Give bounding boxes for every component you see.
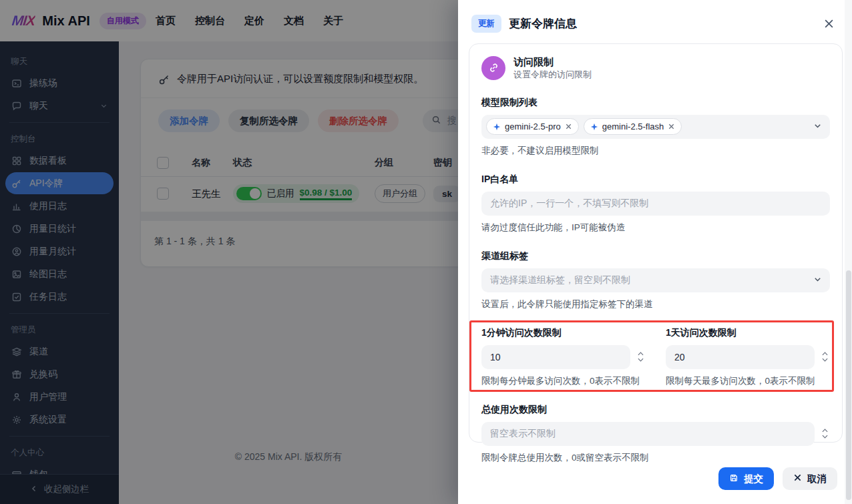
- stepper-down-icon[interactable]: [822, 358, 828, 362]
- remove-tag-icon[interactable]: [565, 123, 572, 130]
- ip-whitelist-input[interactable]: 允许的IP，一行一个，不填写则不限制: [481, 192, 830, 216]
- access-limit-card: 访问限制 设置令牌的访问限制 模型限制列表 gemini-2.5-pro gem…: [469, 43, 843, 443]
- channel-tag-field: 渠道组标签 请选择渠道组标签，留空则不限制 设置后，此令牌只能使用指定标签下的渠…: [481, 250, 830, 310]
- rate-limit-row: 1分钟访问次数限制 10 限制每分钟最多访问次数，0表示不限制 1天访问次数限制…: [481, 327, 830, 387]
- section-title: 访问限制: [513, 55, 592, 69]
- channel-tag-placeholder: 请选择渠道组标签，留空则不限制: [490, 274, 630, 286]
- model-limit-hint: 非必要，不建议启用模型限制: [481, 145, 830, 157]
- model-tag: gemini-2.5-pro: [486, 118, 579, 135]
- section-header: 访问限制 设置令牌的访问限制: [481, 55, 830, 81]
- section-subtitle: 设置令牌的访问限制: [513, 69, 592, 81]
- save-icon: [729, 473, 738, 485]
- modal-overlay[interactable]: [0, 0, 458, 504]
- rate-day-field: 1天访问次数限制 20 限制每天最多访问次数，0表示不限制: [666, 327, 830, 387]
- rate-minute-input[interactable]: 10: [481, 345, 630, 369]
- scrollbar-thumb[interactable]: [846, 270, 851, 500]
- stepper-up-icon[interactable]: [822, 429, 828, 433]
- number-stepper: [636, 352, 646, 362]
- total-limit-hint: 限制令牌总使用次数，0或留空表示不限制: [481, 452, 830, 464]
- rate-minute-value: 10: [490, 352, 501, 362]
- rate-day-label: 1天访问次数限制: [666, 327, 830, 339]
- close-icon[interactable]: [820, 15, 837, 33]
- rate-day-hint: 限制每天最多访问次数，0表示不限制: [666, 375, 830, 387]
- link-icon: [481, 56, 505, 80]
- stepper-up-icon[interactable]: [822, 352, 828, 356]
- stepper-up-icon[interactable]: [638, 352, 644, 356]
- cancel-label: 取消: [807, 473, 827, 485]
- cancel-button[interactable]: 取消: [783, 467, 837, 490]
- x-icon: [793, 473, 802, 484]
- model-limit-select[interactable]: gemini-2.5-pro gemini-2.5-flash: [481, 115, 830, 139]
- submit-label: 提交: [744, 473, 763, 485]
- ip-whitelist-hint: 请勿过度信任此功能，IP可能被伪造: [481, 222, 830, 234]
- chevron-down-icon: [813, 121, 822, 132]
- total-limit-field: 总使用次数限制 留空表示不限制 限制令牌总使用次数，0或留空表示不限制: [481, 404, 830, 464]
- rate-minute-hint: 限制每分钟最多访问次数，0表示不限制: [481, 375, 646, 387]
- rate-day-value: 20: [674, 352, 685, 362]
- stepper-down-icon[interactable]: [822, 435, 828, 439]
- total-limit-label: 总使用次数限制: [481, 404, 830, 416]
- number-stepper: [820, 429, 830, 439]
- channel-tag-hint: 设置后，此令牌只能使用指定标签下的渠道: [481, 298, 830, 310]
- model-tag-label: gemini-2.5-flash: [602, 121, 664, 132]
- model-limit-label: 模型限制列表: [481, 97, 830, 109]
- sparkle-diamond-icon: [493, 123, 501, 131]
- total-limit-input[interactable]: 留空表示不限制: [481, 422, 815, 446]
- submit-button[interactable]: 提交: [718, 467, 774, 490]
- chevron-down-icon: [813, 275, 822, 286]
- rate-minute-label: 1分钟访问次数限制: [481, 327, 646, 339]
- scrollbar-track: [845, 0, 852, 504]
- rate-day-input[interactable]: 20: [666, 345, 815, 369]
- update-token-drawer: 更新 更新令牌信息 访问限制 设置令牌的访问限制 模型限制列表 gemini-2…: [458, 0, 852, 504]
- update-badge: 更新: [471, 15, 501, 33]
- ip-whitelist-field: IP白名单 允许的IP，一行一个，不填写则不限制 请勿过度信任此功能，IP可能被…: [481, 174, 830, 234]
- model-tag-label: gemini-2.5-pro: [505, 121, 561, 132]
- ip-whitelist-placeholder: 允许的IP，一行一个，不填写则不限制: [490, 198, 648, 210]
- stepper-down-icon[interactable]: [638, 358, 644, 362]
- model-limit-field: 模型限制列表 gemini-2.5-pro gemini-2.5-flash 非…: [481, 97, 830, 157]
- rate-minute-field: 1分钟访问次数限制 10 限制每分钟最多访问次数，0表示不限制: [481, 327, 646, 387]
- channel-tag-label: 渠道组标签: [481, 250, 830, 262]
- sparkle-diamond-icon: [590, 123, 598, 131]
- total-limit-placeholder: 留空表示不限制: [490, 428, 556, 440]
- number-stepper: [820, 352, 830, 362]
- ip-whitelist-label: IP白名单: [481, 174, 830, 186]
- model-tag: gemini-2.5-flash: [584, 118, 682, 135]
- remove-tag-icon[interactable]: [668, 123, 675, 130]
- drawer-title: 更新令牌信息: [509, 16, 577, 31]
- drawer-footer: 提交 取消: [718, 467, 837, 490]
- drawer-header: 更新 更新令牌信息: [458, 0, 852, 42]
- channel-tag-select[interactable]: 请选择渠道组标签，留空则不限制: [481, 268, 830, 292]
